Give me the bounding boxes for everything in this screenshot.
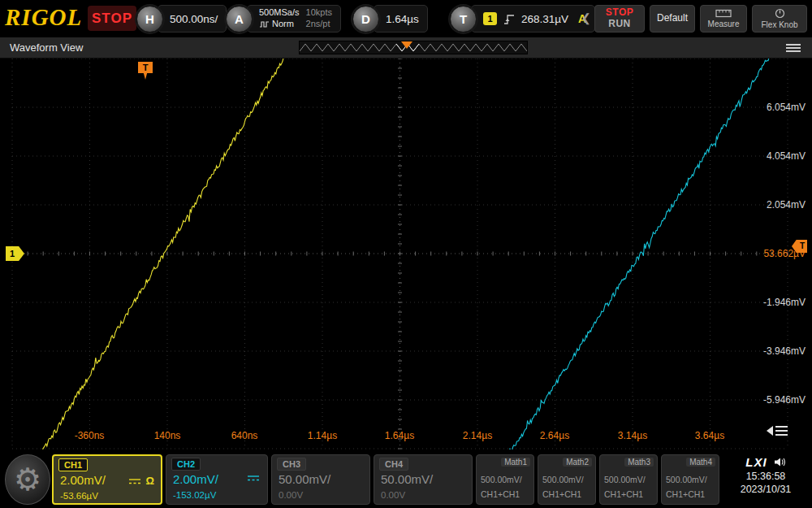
trigger-slope-icon — [503, 13, 515, 25]
run-label: RUN — [608, 19, 631, 30]
math2-label: Math2 — [563, 458, 592, 467]
y-axis-label: 4.054mV — [767, 150, 806, 162]
acquire-mode: Norm — [272, 19, 294, 30]
delay-value: 1.64µs — [386, 13, 419, 25]
default-button[interactable]: Default — [650, 5, 695, 33]
ch4-offset: 0.00V — [381, 490, 405, 500]
math2-expression: CH1+CH1 — [542, 489, 581, 499]
waveform-display[interactable]: T 1 T 6.054mV 4.054mV 2.054mV 53.662µV -… — [0, 59, 812, 452]
flex-knob-icon — [774, 8, 786, 19]
ch2-offset: -153.02µV — [173, 490, 216, 500]
acquire-mode-icon — [259, 20, 270, 28]
ch1-status-box[interactable]: CH1 2.00mV/ Ω -53.66µV — [52, 454, 162, 505]
math4-expression: CH1+CH1 — [666, 489, 705, 499]
record-position-bar[interactable] — [299, 41, 528, 54]
gear-icon[interactable]: ⚙ — [5, 454, 50, 505]
dc-coupling-icon — [127, 477, 142, 485]
impedance-label: Ω — [146, 475, 154, 487]
y-axis-label: -1.946mV — [763, 297, 806, 308]
ch3-label: CH3 — [277, 458, 306, 471]
y-axis-label-trigger: 53.662µV — [763, 248, 806, 259]
math1-status-box[interactable]: Math1 500.00mV/ CH1+CH1 — [476, 454, 534, 505]
ch3-offset: 0.00V — [279, 490, 303, 500]
delay-group: D 1.64µs — [352, 5, 428, 33]
waveform-view-titlebar: Waveform View — [0, 37, 812, 59]
trigger-knob[interactable]: T — [450, 6, 477, 33]
system-date: 2023/10/31 — [741, 484, 792, 495]
default-label: Default — [657, 13, 688, 24]
ch1-offset: -53.66µV — [60, 491, 98, 501]
stop-label: STOP — [606, 7, 633, 19]
y-axis-label: -5.946mV — [763, 394, 806, 406]
math4-scale: 500.00mV/ — [666, 475, 707, 484]
math4-status-box[interactable]: Math4 500.00mV/ CH1+CH1 — [661, 454, 719, 505]
dc-coupling-icon — [246, 474, 261, 482]
oscilloscope-screen: RIGOL STOP H 500.00ns/ A 500MSa/s Norm — [0, 0, 812, 508]
math3-expression: CH1+CH1 — [604, 489, 643, 499]
y-axis-label: 2.054mV — [767, 199, 806, 211]
flex-knob-label: Flex Knob — [761, 20, 797, 30]
trigger-box[interactable]: 1 268.31µV A — [471, 5, 595, 33]
ch1-scale: 2.00mV/ — [60, 473, 106, 487]
rigol-logo: RIGOL — [5, 4, 82, 31]
sample-rate: 500MSa/s — [259, 7, 300, 19]
x-axis-label: 140ns — [154, 430, 181, 441]
lxi-logo: LXI — [745, 455, 767, 469]
stop-run-button[interactable]: STOP RUN — [594, 5, 645, 33]
ch4-label: CH4 — [379, 458, 408, 471]
trigger-level-value: 268.31µV — [521, 13, 568, 25]
math3-label: Math3 — [624, 458, 654, 467]
math1-scale: 500.00mV/ — [481, 475, 522, 484]
delay-box[interactable]: 1.64µs — [374, 5, 428, 33]
x-axis-label: 640ns — [231, 430, 258, 441]
trigger-source-badge: 1 — [483, 12, 497, 25]
acquire-group: A 500MSa/s Norm 10kpts 2ns/pt — [226, 5, 341, 33]
plot-menu-icon[interactable] — [767, 423, 789, 442]
math1-expression: CH1+CH1 — [481, 489, 520, 499]
x-axis-label: 3.14µs — [618, 430, 647, 441]
delay-knob[interactable]: D — [352, 6, 379, 33]
y-axis-label: -3.946mV — [763, 345, 806, 357]
measure-label: Measure — [708, 20, 740, 29]
status-bar: ⚙ CH1 2.00mV/ Ω -53.66µV CH2 2.00mV/ — [0, 452, 812, 508]
top-bar: RIGOL STOP H 500.00ns/ A 500MSa/s Norm — [0, 0, 812, 37]
x-axis-label: 2.14µs — [463, 430, 492, 441]
ch1-label: CH1 — [58, 458, 88, 471]
trigger-group: T 1 268.31µV A — [450, 5, 595, 33]
acquisition-status-badge: STOP — [88, 6, 136, 31]
record-waveform-preview — [300, 41, 527, 54]
x-axis-label: 2.64µs — [540, 430, 569, 441]
horizontal-knob[interactable]: H — [136, 6, 163, 33]
x-axis-label: 1.14µs — [308, 430, 337, 441]
horizontal-scale-group: H 500.00ns/ — [136, 5, 227, 33]
math1-label: Math1 — [501, 458, 530, 467]
x-axis-label: 3.64µs — [695, 430, 724, 441]
ch2-label: CH2 — [171, 458, 201, 471]
math2-scale: 500.00mV/ — [542, 475, 584, 484]
x-axis-label: -360ns — [75, 430, 105, 441]
y-axis-label: 6.054mV — [767, 102, 806, 113]
view-title: Waveform View — [10, 41, 83, 54]
memory-depth: 10kpts — [306, 7, 332, 19]
chevron-left-icon[interactable]: ❮ — [581, 11, 591, 24]
math2-status-box[interactable]: Math2 500.00mV/ CH1+CH1 — [538, 454, 596, 505]
horizontal-scale-box[interactable]: 500.00ns/ — [158, 5, 227, 33]
acquire-knob[interactable]: A — [226, 6, 253, 33]
speaker-icon[interactable] — [774, 457, 786, 467]
time-per-point: 2ns/pt — [306, 19, 332, 30]
ch3-scale: 50.00mV/ — [279, 472, 330, 486]
system-info: LXI 15:36:58 2023/10/31 — [723, 455, 809, 495]
measure-button[interactable]: Measure — [700, 5, 747, 33]
horizontal-scale-value: 500.00ns/ — [170, 13, 218, 25]
ch3-status-box[interactable]: CH3 50.00mV/ 0.00V — [271, 454, 370, 505]
math4-label: Math4 — [686, 458, 715, 467]
ch2-status-box[interactable]: CH2 2.00mV/ -153.02µV — [166, 454, 268, 505]
math3-status-box[interactable]: Math3 500.00mV/ CH1+CH1 — [599, 454, 658, 505]
acquire-box[interactable]: 500MSa/s Norm 10kpts 2ns/pt — [247, 5, 341, 33]
ch4-scale: 50.00mV/ — [381, 472, 433, 486]
flex-knob-button[interactable]: Flex Knob — [752, 5, 807, 33]
measure-icon — [715, 9, 732, 18]
menu-icon[interactable] — [786, 42, 801, 54]
ch4-status-box[interactable]: CH4 50.00mV/ 0.00V — [374, 454, 473, 505]
ch2-scale: 2.00mV/ — [173, 472, 218, 486]
